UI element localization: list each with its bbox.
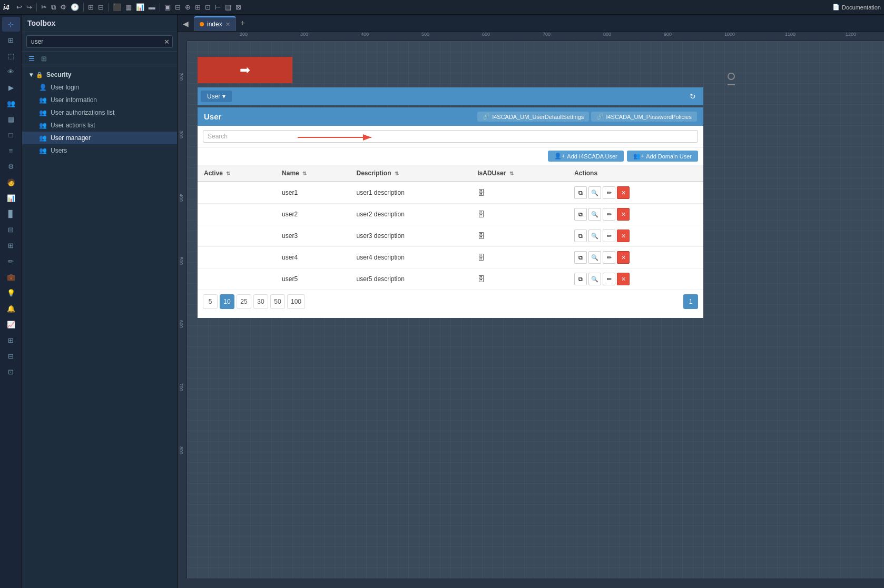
rail-rect-icon[interactable]: □: [2, 127, 20, 142]
rail-layers-icon[interactable]: ⬚: [2, 48, 20, 63]
toolbar-icon-2[interactable]: ↪: [25, 2, 34, 12]
rail-eye-icon[interactable]: 👁: [2, 64, 20, 79]
search-btn-3[interactable]: 🔍: [588, 251, 601, 264]
security-group[interactable]: ▾ 🔒 Security: [22, 68, 177, 81]
col-active[interactable]: Active ⇅: [198, 165, 276, 182]
rail-layers2-icon[interactable]: ⊞: [2, 238, 20, 253]
rail-stack-icon[interactable]: ⊟: [2, 222, 20, 237]
page-number-1[interactable]: 1: [683, 294, 698, 309]
password-policies-button[interactable]: 🔗 I4SCADA_UM_PasswordPolicies: [591, 112, 697, 122]
copy-btn-0[interactable]: ⧉: [574, 186, 587, 199]
rail-list-icon[interactable]: ≡: [2, 143, 20, 158]
toolbar-icon-grid2[interactable]: ⊟: [96, 2, 105, 12]
delete-btn-2[interactable]: ✕: [617, 230, 630, 242]
copy-btn-2[interactable]: ⧉: [574, 230, 587, 242]
search-input[interactable]: [26, 35, 173, 48]
rail-bar-icon[interactable]: ▊: [2, 206, 20, 221]
rail-run-icon[interactable]: ▶: [2, 80, 20, 95]
add-domain-user-button[interactable]: 👥+ Add Domain User: [627, 151, 698, 162]
toolbar-icon-clock[interactable]: 🕐: [69, 2, 81, 12]
documentation-button[interactable]: 📄 Documentation: [832, 4, 881, 11]
refresh-button[interactable]: ↻: [685, 90, 700, 103]
edit-btn-3[interactable]: ✏: [603, 251, 615, 264]
edit-btn-1[interactable]: ✏: [603, 208, 615, 221]
tab-close-button[interactable]: ✕: [225, 21, 230, 28]
delete-btn-4[interactable]: ✕: [617, 273, 630, 285]
page-size-100[interactable]: 100: [287, 294, 305, 309]
search-btn-2[interactable]: 🔍: [588, 230, 601, 242]
toolbar-icon-copy[interactable]: ⧉: [50, 2, 57, 13]
toolbar-icon-misc3[interactable]: ⊕: [183, 2, 192, 12]
search-btn-0[interactable]: 🔍: [588, 186, 601, 199]
rail-trend-icon[interactable]: 📈: [2, 317, 20, 332]
rail-bulb-icon[interactable]: 💡: [2, 285, 20, 300]
list-view-button[interactable]: ☰: [26, 54, 37, 64]
toolbar-icon-cut[interactable]: ✂: [40, 2, 48, 12]
toolbar-icon-misc5[interactable]: ⊡: [203, 2, 212, 12]
tab-index[interactable]: index ✕: [194, 16, 236, 31]
clear-search-button[interactable]: ✕: [164, 38, 170, 46]
sidebar-item-user-login[interactable]: 👤 User login: [22, 81, 177, 94]
sidebar-item-user-manager[interactable]: 👥 User manager: [22, 132, 177, 144]
panel-search-input[interactable]: [203, 130, 698, 143]
edit-btn-2[interactable]: ✏: [603, 230, 615, 242]
rail-chart-icon[interactable]: 📊: [2, 191, 20, 205]
page-size-25[interactable]: 25: [237, 294, 251, 309]
rail-grid-icon[interactable]: ⊞: [2, 33, 20, 47]
collapse-sidebar-button[interactable]: ◀: [180, 17, 192, 30]
delete-btn-3[interactable]: ✕: [617, 251, 630, 264]
col-description[interactable]: Description ⇅: [350, 165, 471, 182]
col-name[interactable]: Name ⇅: [276, 165, 350, 182]
sidebar-item-user-information[interactable]: 👥 User information: [22, 94, 177, 106]
rail-spreadsheet-icon[interactable]: ⊟: [2, 348, 20, 363]
sidebar-item-users[interactable]: 👥 Users: [22, 144, 177, 157]
toolbar-icon-misc4[interactable]: ⊞: [193, 2, 202, 12]
edit-btn-4[interactable]: ✏: [603, 273, 615, 285]
toolbar-icon-grid1[interactable]: ⊞: [86, 2, 95, 12]
page-size-5[interactable]: 5: [203, 294, 218, 309]
add-i4scada-user-button[interactable]: 👤+ Add I4SCADA User: [548, 151, 624, 162]
col-isaduser[interactable]: IsADUser ⇅: [471, 165, 568, 182]
toolbar-icon-misc2[interactable]: ⊟: [173, 2, 182, 12]
user-dropdown-button[interactable]: User ▾: [201, 91, 232, 102]
edit-btn-0[interactable]: ✏: [603, 186, 615, 199]
horizontal-scrollbar[interactable]: [187, 579, 884, 588]
copy-btn-4[interactable]: ⧉: [574, 273, 587, 285]
toolbar-icon-bar[interactable]: ▬: [147, 2, 157, 12]
search-btn-4[interactable]: 🔍: [588, 273, 601, 285]
user-default-settings-button[interactable]: 🔗 I4SCADA_UM_UserDefaultSettings: [477, 112, 589, 122]
delete-btn-0[interactable]: ✕: [617, 186, 630, 199]
add-tab-button[interactable]: +: [236, 16, 249, 30]
search-btn-1[interactable]: 🔍: [588, 208, 601, 221]
toolbar-icon-1[interactable]: ↩: [15, 2, 24, 12]
rail-table2-icon[interactable]: ⊞: [2, 333, 20, 347]
toolbar-icon-misc6[interactable]: ⊢: [213, 2, 222, 12]
canvas-content[interactable]: ➡ User ▾ ↻: [187, 41, 884, 579]
page-size-10[interactable]: 10: [220, 294, 234, 309]
rail-briefcase-icon[interactable]: 💼: [2, 270, 20, 284]
toolbar-icon-chart[interactable]: 📊: [134, 2, 146, 12]
toolbar-icon-align2[interactable]: ▦: [124, 2, 133, 12]
toolbar-icon-settings[interactable]: ⚙: [58, 2, 68, 12]
toolbar-icon-misc8[interactable]: ⊠: [234, 2, 243, 12]
rail-cursor-icon[interactable]: ⊹: [2, 17, 20, 32]
navigation-arrow-block[interactable]: ➡: [198, 57, 292, 83]
grid-view-button[interactable]: ⊞: [39, 54, 49, 64]
sidebar-item-user-actions[interactable]: 👥 User actions list: [22, 119, 177, 132]
page-size-50[interactable]: 50: [270, 294, 285, 309]
rail-connect-icon[interactable]: ⊡: [2, 364, 20, 379]
rail-bell-icon[interactable]: 🔔: [2, 301, 20, 316]
copy-btn-3[interactable]: ⧉: [574, 251, 587, 264]
page-size-30[interactable]: 30: [253, 294, 268, 309]
copy-btn-1[interactable]: ⧉: [574, 208, 587, 221]
delete-btn-1[interactable]: ✕: [617, 208, 630, 221]
toolbar-icon-misc1[interactable]: ▣: [163, 2, 172, 12]
rail-table-icon[interactable]: ▦: [2, 112, 20, 126]
toolbar-icon-align1[interactable]: ⬛: [111, 2, 123, 12]
rail-filter-icon[interactable]: ⚙: [2, 159, 20, 174]
rail-pencil-icon[interactable]: ✏: [2, 254, 20, 268]
rail-person-icon[interactable]: 🧑: [2, 175, 20, 190]
sidebar-item-user-authorizations[interactable]: 👥 User authorizations list: [22, 106, 177, 119]
toolbar-icon-misc7[interactable]: ▤: [223, 2, 233, 12]
rail-users-icon[interactable]: 👥: [2, 96, 20, 111]
